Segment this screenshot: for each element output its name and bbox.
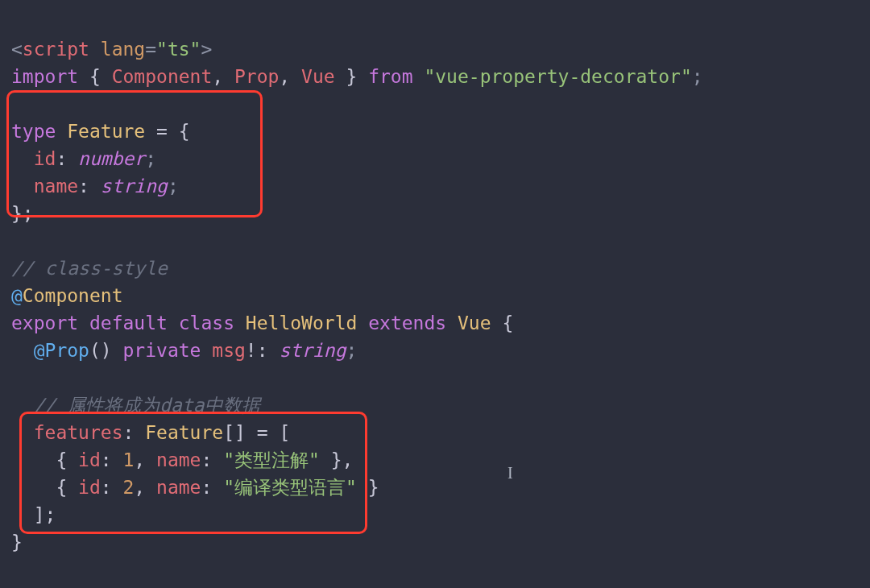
- text-cursor-icon: I: [508, 459, 513, 487]
- code-line: ];: [11, 504, 56, 525]
- code-line: // 属性将成为data中数据: [11, 395, 260, 416]
- code-line: }: [11, 532, 23, 553]
- code-line: { id: 2, name: "编译类型语言" }: [11, 477, 379, 498]
- code-line: <script lang="ts">: [11, 39, 212, 60]
- code-line: { id: 1, name: "类型注解" },: [11, 449, 353, 470]
- code-editor[interactable]: <script lang="ts"> import { Component, P…: [0, 0, 870, 588]
- code-line: // class-style: [11, 258, 168, 279]
- code-line: import { Component, Prop, Vue } from "vu…: [11, 66, 703, 87]
- code-line: @Prop() private msg!: string;: [11, 340, 357, 361]
- code-line: };: [11, 203, 34, 224]
- code-line: name: string;: [11, 176, 179, 197]
- code-line: @Component: [11, 285, 122, 306]
- code-line: id: number;: [11, 148, 156, 169]
- code-line: type Feature = {: [11, 121, 190, 142]
- code-line: export default class HelloWorld extends …: [11, 313, 513, 333]
- code-line: features: Feature[] = [: [11, 422, 290, 443]
